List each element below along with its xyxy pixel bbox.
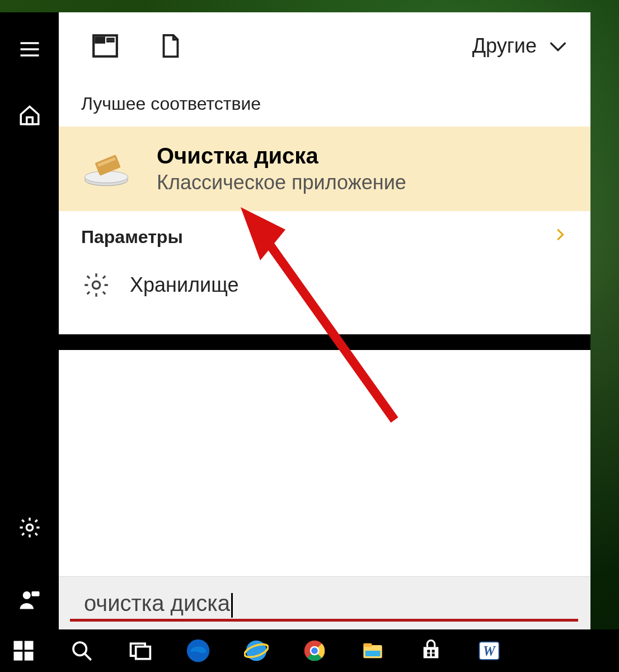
chevron-right-icon bbox=[552, 225, 568, 250]
divider-strip bbox=[59, 334, 590, 350]
svg-point-5 bbox=[22, 591, 30, 599]
best-match-subtitle: Классическое приложение bbox=[157, 171, 406, 194]
chevron-down-icon bbox=[547, 35, 568, 57]
best-match-title: Очистка диска bbox=[157, 143, 406, 169]
taskbar-explorer-icon[interactable] bbox=[356, 634, 390, 668]
gear-icon[interactable] bbox=[16, 514, 43, 541]
svg-rect-37 bbox=[427, 650, 430, 652]
taskbar-search-icon[interactable] bbox=[65, 634, 99, 668]
svg-rect-35 bbox=[363, 643, 372, 647]
svg-rect-38 bbox=[432, 650, 435, 652]
search-input-box[interactable]: очистка диска bbox=[59, 576, 590, 629]
svg-rect-6 bbox=[31, 591, 39, 596]
svg-rect-25 bbox=[136, 647, 151, 659]
filter-label: Другие bbox=[472, 34, 537, 58]
start-sidebar bbox=[0, 12, 59, 629]
taskbar-taskview-icon[interactable] bbox=[123, 634, 157, 668]
hamburger-icon[interactable] bbox=[16, 36, 43, 63]
svg-rect-8 bbox=[96, 38, 104, 42]
best-match-text: Очистка диска Классическое приложение bbox=[157, 143, 406, 194]
taskbar-ie-icon[interactable] bbox=[240, 634, 273, 668]
drive-icon bbox=[81, 150, 132, 189]
home-icon[interactable] bbox=[16, 102, 43, 129]
apps-icon[interactable] bbox=[90, 30, 121, 62]
text-caret bbox=[231, 593, 233, 618]
user-icon[interactable] bbox=[16, 586, 43, 613]
svg-point-33 bbox=[311, 647, 318, 654]
svg-rect-3 bbox=[26, 118, 32, 124]
svg-rect-19 bbox=[25, 641, 34, 650]
taskbar-start-icon[interactable] bbox=[7, 634, 40, 668]
settings-item-storage[interactable]: Хранилище bbox=[59, 263, 590, 321]
svg-point-22 bbox=[73, 642, 86, 655]
svg-rect-40 bbox=[432, 654, 435, 656]
results-header: Другие bbox=[59, 12, 590, 80]
svg-point-15 bbox=[92, 281, 100, 288]
svg-rect-39 bbox=[427, 654, 430, 656]
taskbar: W bbox=[0, 629, 619, 672]
settings-label: Параметры bbox=[81, 227, 183, 248]
best-match-label: Лучшее соответствие bbox=[59, 80, 590, 127]
settings-section[interactable]: Параметры bbox=[59, 211, 590, 263]
best-match-item[interactable]: Очистка диска Классическое приложение bbox=[59, 127, 590, 211]
annotation-underline bbox=[70, 619, 578, 622]
taskbar-edge-icon[interactable] bbox=[181, 634, 215, 668]
svg-rect-20 bbox=[14, 652, 23, 661]
settings-item-label: Хранилище bbox=[130, 273, 238, 297]
gear-icon bbox=[82, 271, 110, 299]
search-lower-panel: очистка диска bbox=[59, 350, 590, 629]
svg-rect-36 bbox=[365, 651, 381, 656]
taskbar-word-icon[interactable]: W bbox=[472, 634, 506, 668]
svg-rect-21 bbox=[25, 652, 34, 661]
search-input-text: очистка диска bbox=[84, 591, 232, 616]
svg-line-23 bbox=[85, 654, 91, 660]
taskbar-store-icon[interactable] bbox=[414, 634, 448, 668]
svg-rect-18 bbox=[14, 641, 23, 650]
document-icon[interactable] bbox=[154, 30, 186, 62]
svg-text:W: W bbox=[483, 643, 496, 659]
svg-point-4 bbox=[26, 524, 32, 530]
filter-dropdown[interactable]: Другие bbox=[472, 34, 568, 58]
taskbar-chrome-icon[interactable] bbox=[298, 634, 331, 668]
